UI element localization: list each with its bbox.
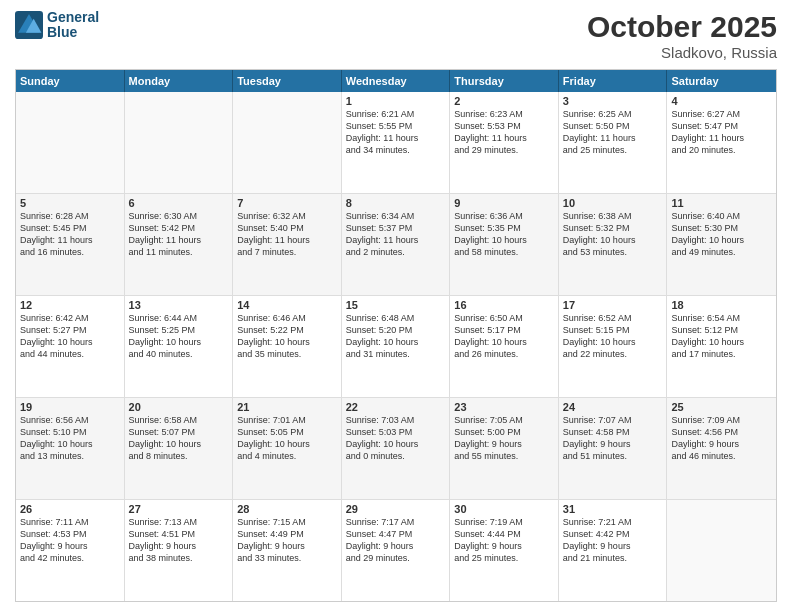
- calendar-cell: 26Sunrise: 7:11 AMSunset: 4:53 PMDayligh…: [16, 500, 125, 601]
- calendar-cell: 18Sunrise: 6:54 AMSunset: 5:12 PMDayligh…: [667, 296, 776, 397]
- cell-info: Sunrise: 6:54 AMSunset: 5:12 PMDaylight:…: [671, 312, 772, 361]
- day-number: 20: [129, 401, 229, 413]
- cell-info: Sunrise: 7:15 AMSunset: 4:49 PMDaylight:…: [237, 516, 337, 565]
- calendar-cell: 17Sunrise: 6:52 AMSunset: 5:15 PMDayligh…: [559, 296, 668, 397]
- calendar-row: 12Sunrise: 6:42 AMSunset: 5:27 PMDayligh…: [16, 296, 776, 398]
- day-number: 12: [20, 299, 120, 311]
- day-number: 25: [671, 401, 772, 413]
- cell-info: Sunrise: 6:27 AMSunset: 5:47 PMDaylight:…: [671, 108, 772, 157]
- day-number: 23: [454, 401, 554, 413]
- calendar-cell: 9Sunrise: 6:36 AMSunset: 5:35 PMDaylight…: [450, 194, 559, 295]
- calendar-cell: 25Sunrise: 7:09 AMSunset: 4:56 PMDayligh…: [667, 398, 776, 499]
- cell-info: Sunrise: 7:13 AMSunset: 4:51 PMDaylight:…: [129, 516, 229, 565]
- calendar-cell: 13Sunrise: 6:44 AMSunset: 5:25 PMDayligh…: [125, 296, 234, 397]
- cell-info: Sunrise: 6:36 AMSunset: 5:35 PMDaylight:…: [454, 210, 554, 259]
- day-number: 21: [237, 401, 337, 413]
- cal-header-cell: Tuesday: [233, 70, 342, 92]
- day-number: 4: [671, 95, 772, 107]
- cell-info: Sunrise: 6:52 AMSunset: 5:15 PMDaylight:…: [563, 312, 663, 361]
- calendar-cell: 28Sunrise: 7:15 AMSunset: 4:49 PMDayligh…: [233, 500, 342, 601]
- page: General Blue October 2025 Sladkovo, Russ…: [0, 0, 792, 612]
- cell-info: Sunrise: 6:56 AMSunset: 5:10 PMDaylight:…: [20, 414, 120, 463]
- day-number: 28: [237, 503, 337, 515]
- calendar-cell: 14Sunrise: 6:46 AMSunset: 5:22 PMDayligh…: [233, 296, 342, 397]
- cell-info: Sunrise: 6:40 AMSunset: 5:30 PMDaylight:…: [671, 210, 772, 259]
- cell-info: Sunrise: 6:28 AMSunset: 5:45 PMDaylight:…: [20, 210, 120, 259]
- day-number: 1: [346, 95, 446, 107]
- cell-info: Sunrise: 6:44 AMSunset: 5:25 PMDaylight:…: [129, 312, 229, 361]
- logo-line1: General: [47, 10, 99, 25]
- calendar-cell: 1Sunrise: 6:21 AMSunset: 5:55 PMDaylight…: [342, 92, 451, 193]
- cal-header-cell: Wednesday: [342, 70, 451, 92]
- calendar: SundayMondayTuesdayWednesdayThursdayFrid…: [15, 69, 777, 602]
- day-number: 2: [454, 95, 554, 107]
- day-number: 7: [237, 197, 337, 209]
- calendar-row: 5Sunrise: 6:28 AMSunset: 5:45 PMDaylight…: [16, 194, 776, 296]
- cal-header-cell: Monday: [125, 70, 234, 92]
- cell-info: Sunrise: 6:42 AMSunset: 5:27 PMDaylight:…: [20, 312, 120, 361]
- cell-info: Sunrise: 7:05 AMSunset: 5:00 PMDaylight:…: [454, 414, 554, 463]
- calendar-cell: 22Sunrise: 7:03 AMSunset: 5:03 PMDayligh…: [342, 398, 451, 499]
- calendar-cell: 30Sunrise: 7:19 AMSunset: 4:44 PMDayligh…: [450, 500, 559, 601]
- day-number: 24: [563, 401, 663, 413]
- calendar-body: 1Sunrise: 6:21 AMSunset: 5:55 PMDaylight…: [16, 92, 776, 601]
- calendar-cell: 8Sunrise: 6:34 AMSunset: 5:37 PMDaylight…: [342, 194, 451, 295]
- cell-info: Sunrise: 6:25 AMSunset: 5:50 PMDaylight:…: [563, 108, 663, 157]
- calendar-header: SundayMondayTuesdayWednesdayThursdayFrid…: [16, 70, 776, 92]
- cell-info: Sunrise: 7:11 AMSunset: 4:53 PMDaylight:…: [20, 516, 120, 565]
- calendar-cell: 5Sunrise: 6:28 AMSunset: 5:45 PMDaylight…: [16, 194, 125, 295]
- day-number: 15: [346, 299, 446, 311]
- calendar-cell: 31Sunrise: 7:21 AMSunset: 4:42 PMDayligh…: [559, 500, 668, 601]
- day-number: 3: [563, 95, 663, 107]
- logo: General Blue: [15, 10, 99, 41]
- calendar-cell: 24Sunrise: 7:07 AMSunset: 4:58 PMDayligh…: [559, 398, 668, 499]
- cell-info: Sunrise: 6:30 AMSunset: 5:42 PMDaylight:…: [129, 210, 229, 259]
- cal-header-cell: Sunday: [16, 70, 125, 92]
- calendar-row: 1Sunrise: 6:21 AMSunset: 5:55 PMDaylight…: [16, 92, 776, 194]
- calendar-cell: 6Sunrise: 6:30 AMSunset: 5:42 PMDaylight…: [125, 194, 234, 295]
- cell-info: Sunrise: 7:17 AMSunset: 4:47 PMDaylight:…: [346, 516, 446, 565]
- day-number: 22: [346, 401, 446, 413]
- cell-info: Sunrise: 7:07 AMSunset: 4:58 PMDaylight:…: [563, 414, 663, 463]
- day-number: 26: [20, 503, 120, 515]
- cell-info: Sunrise: 7:03 AMSunset: 5:03 PMDaylight:…: [346, 414, 446, 463]
- calendar-subtitle: Sladkovo, Russia: [587, 44, 777, 61]
- cell-info: Sunrise: 7:09 AMSunset: 4:56 PMDaylight:…: [671, 414, 772, 463]
- day-number: 9: [454, 197, 554, 209]
- day-number: 5: [20, 197, 120, 209]
- cal-header-cell: Saturday: [667, 70, 776, 92]
- cell-info: Sunrise: 6:21 AMSunset: 5:55 PMDaylight:…: [346, 108, 446, 157]
- cal-header-cell: Thursday: [450, 70, 559, 92]
- calendar-cell: 12Sunrise: 6:42 AMSunset: 5:27 PMDayligh…: [16, 296, 125, 397]
- day-number: 17: [563, 299, 663, 311]
- logo-text: General Blue: [47, 10, 99, 41]
- day-number: 31: [563, 503, 663, 515]
- day-number: 8: [346, 197, 446, 209]
- title-block: October 2025 Sladkovo, Russia: [587, 10, 777, 61]
- day-number: 29: [346, 503, 446, 515]
- calendar-cell: 21Sunrise: 7:01 AMSunset: 5:05 PMDayligh…: [233, 398, 342, 499]
- calendar-cell: 19Sunrise: 6:56 AMSunset: 5:10 PMDayligh…: [16, 398, 125, 499]
- cell-info: Sunrise: 7:01 AMSunset: 5:05 PMDaylight:…: [237, 414, 337, 463]
- calendar-cell: 4Sunrise: 6:27 AMSunset: 5:47 PMDaylight…: [667, 92, 776, 193]
- day-number: 14: [237, 299, 337, 311]
- day-number: 11: [671, 197, 772, 209]
- cell-info: Sunrise: 6:34 AMSunset: 5:37 PMDaylight:…: [346, 210, 446, 259]
- calendar-cell: 7Sunrise: 6:32 AMSunset: 5:40 PMDaylight…: [233, 194, 342, 295]
- day-number: 6: [129, 197, 229, 209]
- calendar-cell: 3Sunrise: 6:25 AMSunset: 5:50 PMDaylight…: [559, 92, 668, 193]
- calendar-cell: 27Sunrise: 7:13 AMSunset: 4:51 PMDayligh…: [125, 500, 234, 601]
- calendar-cell: 29Sunrise: 7:17 AMSunset: 4:47 PMDayligh…: [342, 500, 451, 601]
- calendar-cell: 15Sunrise: 6:48 AMSunset: 5:20 PMDayligh…: [342, 296, 451, 397]
- cell-info: Sunrise: 6:46 AMSunset: 5:22 PMDaylight:…: [237, 312, 337, 361]
- day-number: 13: [129, 299, 229, 311]
- calendar-cell: [125, 92, 234, 193]
- logo-line2: Blue: [47, 25, 99, 40]
- cell-info: Sunrise: 6:23 AMSunset: 5:53 PMDaylight:…: [454, 108, 554, 157]
- calendar-title: October 2025: [587, 10, 777, 44]
- calendar-row: 26Sunrise: 7:11 AMSunset: 4:53 PMDayligh…: [16, 500, 776, 601]
- calendar-row: 19Sunrise: 6:56 AMSunset: 5:10 PMDayligh…: [16, 398, 776, 500]
- cell-info: Sunrise: 6:32 AMSunset: 5:40 PMDaylight:…: [237, 210, 337, 259]
- calendar-cell: [233, 92, 342, 193]
- calendar-cell: [667, 500, 776, 601]
